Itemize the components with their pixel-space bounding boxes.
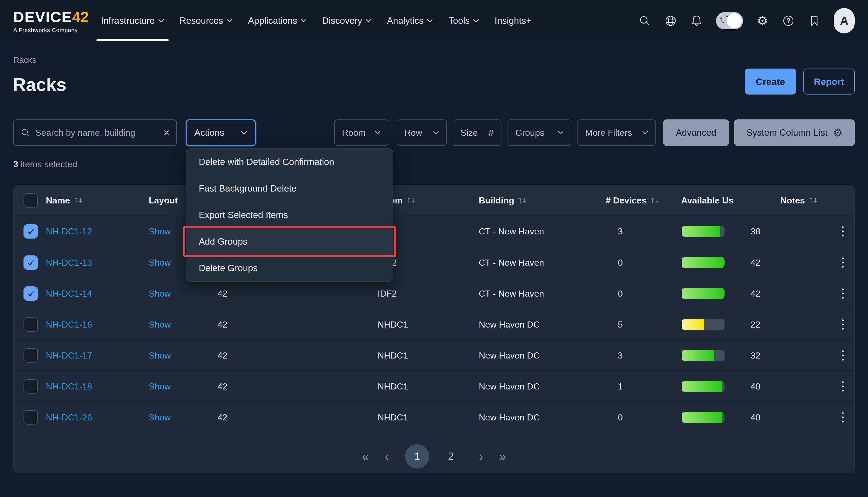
sort-icon[interactable]: ↑↓ xyxy=(808,197,817,204)
report-button[interactable]: Report xyxy=(803,69,855,95)
column-header-layout: Layout xyxy=(149,195,178,205)
more-filters[interactable]: More Filters xyxy=(578,119,656,146)
nav-item-insights[interactable]: Insights+ xyxy=(495,0,531,41)
actions-dropdown-button[interactable]: Actions xyxy=(186,119,256,146)
layout-show-link[interactable]: Show xyxy=(149,288,171,299)
available-units-value: 42 xyxy=(751,288,760,299)
rack-name-link[interactable]: NH-DC1-26 xyxy=(46,412,92,422)
sort-icon[interactable]: ↑↓ xyxy=(517,197,526,204)
devices-count: 0 xyxy=(618,257,623,268)
layout-show-link[interactable]: Show xyxy=(149,412,171,422)
menu-item-add-groups[interactable]: Add Groups xyxy=(186,228,393,255)
size-value: 42 xyxy=(217,288,228,299)
nav-item-analytics[interactable]: Analytics xyxy=(387,0,433,41)
sort-icon[interactable]: ↑↓ xyxy=(406,197,415,204)
rack-name-link[interactable]: NH-DC1-17 xyxy=(46,350,92,360)
last-page-button[interactable]: » xyxy=(499,450,506,463)
row-menu-icon[interactable] xyxy=(840,317,845,331)
notifications-bell-icon[interactable] xyxy=(690,14,703,27)
sort-icon[interactable]: ↑↓ xyxy=(650,197,659,204)
settings-gear-icon[interactable]: ⚙ xyxy=(756,14,769,27)
sort-icon[interactable]: ↑↓ xyxy=(73,197,82,204)
devices-count: 0 xyxy=(618,288,623,299)
globe-icon[interactable] xyxy=(664,14,677,27)
hash-icon: # xyxy=(488,127,494,138)
room-value: NHDC1 xyxy=(378,412,408,422)
brand-logo[interactable]: DEVICE 42 A Freshworks Company xyxy=(13,8,89,33)
select-all-checkbox[interactable] xyxy=(24,193,38,208)
table-row-nh-dc1-13: NH-DC1-13Show42IDF2CT - New Haven042 xyxy=(14,247,854,278)
nav-item-applications[interactable]: Applications xyxy=(248,0,307,41)
menu-item-delete-groups[interactable]: Delete Groups xyxy=(186,255,393,281)
row-menu-icon[interactable] xyxy=(840,287,845,300)
rack-name-link[interactable]: NH-DC1-16 xyxy=(46,319,92,329)
row-menu-icon[interactable] xyxy=(840,256,845,269)
column-header-notes[interactable]: Notes↑↓ xyxy=(780,195,817,205)
row-checkbox[interactable] xyxy=(24,379,38,394)
nav-item-infrastructure[interactable]: Infrastructure xyxy=(101,0,164,41)
menu-item-delete-with-detailed-confirmation[interactable]: Delete with Detailed Confirmation xyxy=(186,149,393,175)
clear-search-icon[interactable]: × xyxy=(163,127,170,138)
menu-item-fast-background-delete[interactable]: Fast Background Delete xyxy=(186,175,393,202)
help-icon[interactable]: ? xyxy=(782,14,795,27)
column-header-building[interactable]: Building↑↓ xyxy=(479,195,526,205)
nav-item-tools[interactable]: Tools xyxy=(449,0,479,41)
row-checkbox[interactable] xyxy=(24,286,38,301)
row-filter[interactable]: Row xyxy=(397,119,447,146)
layout-show-link[interactable]: Show xyxy=(149,319,171,329)
layout-show-link[interactable]: Show xyxy=(149,257,171,268)
table-body: NH-DC1-12Show42LabCT - New Haven338NH-DC… xyxy=(14,216,854,432)
page-button-2[interactable]: 2 xyxy=(439,444,463,469)
nav-item-resources[interactable]: Resources xyxy=(180,0,233,41)
devices-count: 3 xyxy=(618,350,623,360)
actions-dropdown-menu: Delete with Detailed ConfirmationFast Ba… xyxy=(186,148,393,282)
row-menu-icon[interactable] xyxy=(840,349,845,362)
rack-name-link[interactable]: NH-DC1-13 xyxy=(46,257,92,268)
room-value: IDF2 xyxy=(378,288,397,299)
groups-filter[interactable]: Groups xyxy=(508,119,571,146)
row-menu-icon[interactable] xyxy=(840,411,845,424)
user-avatar[interactable]: A xyxy=(834,8,855,33)
select-all-checkbox-box[interactable] xyxy=(24,193,38,208)
chevron-down-icon xyxy=(427,19,433,23)
menu-item-export-selected-items[interactable]: Export Selected Items xyxy=(186,202,393,228)
rack-name-link[interactable]: NH-DC1-14 xyxy=(46,288,92,299)
system-column-list-button[interactable]: System Column List ⚙ xyxy=(734,119,855,146)
layout-show-link[interactable]: Show xyxy=(149,350,171,360)
row-checkbox[interactable] xyxy=(24,317,38,332)
building-value: New Haven DC xyxy=(479,319,540,329)
available-units-value: 32 xyxy=(751,350,760,360)
first-page-button[interactable]: « xyxy=(362,450,369,463)
column-header-name[interactable]: Name↑↓ xyxy=(46,195,82,205)
theme-toggle[interactable]: ☾ ✶ xyxy=(716,12,743,29)
row-checkbox[interactable] xyxy=(24,255,38,270)
row-checkbox[interactable] xyxy=(24,410,38,425)
page-title: Racks xyxy=(13,74,67,95)
search-icon[interactable] xyxy=(638,14,651,27)
page-button-1[interactable]: 1 xyxy=(405,444,429,469)
table-header-row: Name↑↓LayoutSize↑↓Room↑↓Building↑↓# Devi… xyxy=(14,185,854,216)
next-page-button[interactable]: › xyxy=(479,450,483,463)
row-menu-icon[interactable] xyxy=(840,225,845,238)
prev-page-button[interactable]: ‹ xyxy=(385,450,389,463)
row-checkbox[interactable] xyxy=(24,224,38,239)
layout-show-link[interactable]: Show xyxy=(149,381,171,392)
available-units-value: 42 xyxy=(751,257,760,268)
create-button[interactable]: Create xyxy=(745,69,796,95)
rack-name-link[interactable]: NH-DC1-18 xyxy=(46,381,92,392)
breadcrumb[interactable]: Racks xyxy=(13,55,36,65)
advanced-button[interactable]: Advanced xyxy=(663,119,729,146)
search-input[interactable] xyxy=(35,128,158,138)
primary-nav: InfrastructureResourcesApplicationsDisco… xyxy=(101,0,531,41)
row-menu-icon[interactable] xyxy=(840,380,845,393)
rack-name-link[interactable]: NH-DC1-12 xyxy=(46,226,92,237)
room-filter[interactable]: Room xyxy=(334,119,388,146)
nav-item-discovery[interactable]: Discovery xyxy=(322,0,371,41)
layout-show-link[interactable]: Show xyxy=(149,226,171,237)
column-header-devices[interactable]: # Devices↑↓ xyxy=(606,195,659,205)
available-units-bar xyxy=(682,257,725,268)
devices-count: 5 xyxy=(618,319,623,329)
size-filter[interactable]: Size # xyxy=(453,119,501,146)
bookmark-icon[interactable] xyxy=(808,14,821,27)
row-checkbox[interactable] xyxy=(24,348,38,363)
